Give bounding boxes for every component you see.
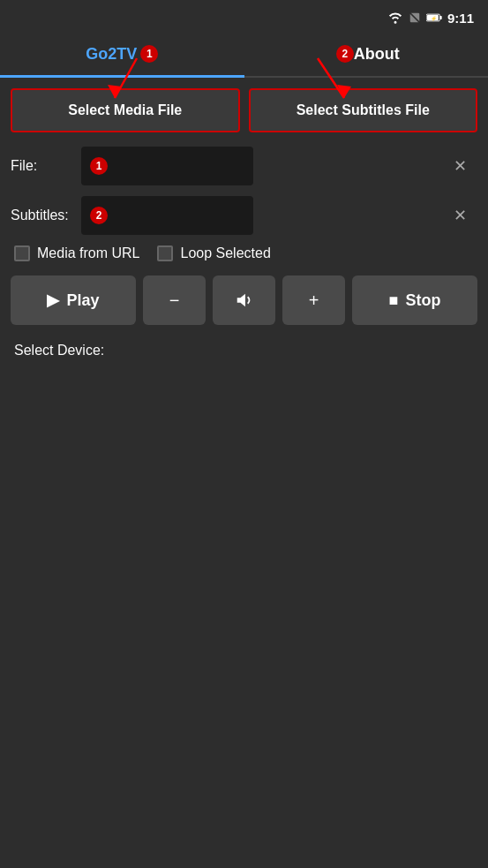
loop-selected-checkbox[interactable] xyxy=(157,245,173,261)
tab-about[interactable]: 2 About xyxy=(244,32,489,76)
volume-down-icon: − xyxy=(169,291,180,311)
stop-icon: ■ xyxy=(389,291,399,310)
select-media-button[interactable]: Select Media File xyxy=(11,88,240,132)
button-row: Select Media File Select Subtitles File xyxy=(11,88,477,132)
subtitles-label: Subtitles: xyxy=(11,208,81,223)
subtitles-input-wrapper: 2 xyxy=(81,196,439,235)
tab-about-badge: 2 xyxy=(336,45,354,63)
select-subtitles-button[interactable]: Select Subtitles File xyxy=(249,88,478,132)
select-device-section: Select Device: xyxy=(11,343,477,359)
file-input-badge: 1 xyxy=(90,157,108,175)
play-label: Play xyxy=(66,291,99,310)
select-device-label: Select Device: xyxy=(11,343,104,358)
svg-text:⚡: ⚡ xyxy=(430,15,437,22)
tab-go2tv[interactable]: Go2TV 1 xyxy=(0,32,244,76)
main-content: Select Media File Select Subtitles File … xyxy=(0,78,488,369)
tab-go2tv-badge: 1 xyxy=(140,45,158,63)
status-time: 9:11 xyxy=(447,11,474,26)
checkbox-row: Media from URL Loop Selected xyxy=(11,245,477,261)
svg-rect-3 xyxy=(440,16,442,19)
status-bar: ⚡ 9:11 xyxy=(0,0,488,32)
subtitles-input-badge: 2 xyxy=(90,207,108,224)
wifi-icon xyxy=(387,11,403,24)
mute-button[interactable] xyxy=(213,275,275,325)
volume-up-button[interactable]: + xyxy=(282,275,345,325)
volume-up-icon: + xyxy=(309,291,319,311)
play-button[interactable]: ▶ Play xyxy=(11,275,136,325)
subtitles-row: Subtitles: 2 ✕ xyxy=(11,196,477,235)
tab-bar: Go2TV 1 2 About xyxy=(0,32,488,78)
file-input-wrapper: 1 xyxy=(81,147,439,185)
volume-down-button[interactable]: − xyxy=(143,275,206,325)
subtitles-clear-button[interactable]: ✕ xyxy=(442,196,477,235)
stop-label: Stop xyxy=(405,291,440,310)
media-from-url-checkbox[interactable] xyxy=(14,245,30,261)
media-from-url-item[interactable]: Media from URL xyxy=(14,245,139,261)
file-label: File: xyxy=(11,158,81,174)
battery-icon: ⚡ xyxy=(426,11,442,24)
controls-row: ▶ Play − + ■ Stop xyxy=(11,275,477,325)
media-from-url-label: Media from URL xyxy=(37,245,139,261)
file-row: File: 1 ✕ xyxy=(11,147,477,185)
stop-button[interactable]: ■ Stop xyxy=(352,275,477,325)
file-clear-button[interactable]: ✕ xyxy=(442,147,477,185)
loop-selected-label: Loop Selected xyxy=(180,245,270,261)
status-icons: ⚡ 9:11 xyxy=(387,11,474,26)
loop-selected-item[interactable]: Loop Selected xyxy=(157,245,270,261)
play-icon: ▶ xyxy=(47,291,59,310)
speaker-icon xyxy=(235,291,254,310)
no-sim-icon xyxy=(409,11,421,24)
tab-about-label: About xyxy=(354,45,400,64)
svg-marker-10 xyxy=(236,294,244,307)
tab-go2tv-label: Go2TV xyxy=(86,45,137,64)
